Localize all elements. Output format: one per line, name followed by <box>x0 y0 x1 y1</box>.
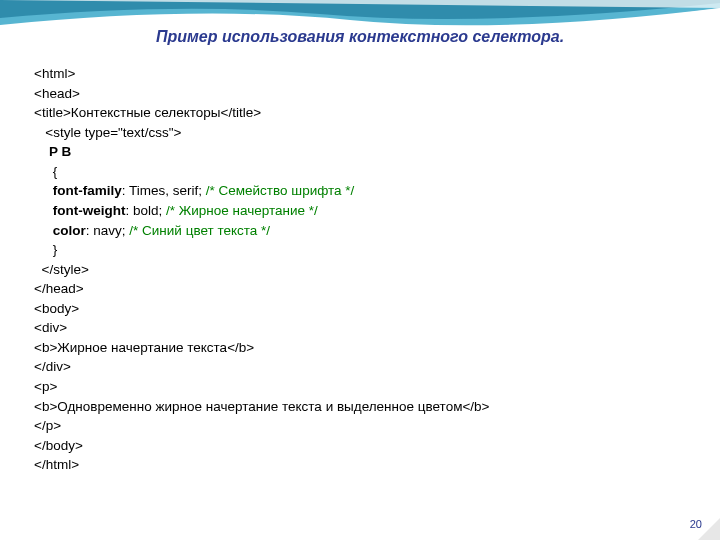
code-line: font-weight: bold; /* Жирное начертание … <box>34 201 720 221</box>
code-line: </div> <box>34 357 720 377</box>
slide-title: Пример использования контекстного селект… <box>0 28 720 46</box>
code-line: color: navy; /* Синий цвет текста */ <box>34 221 720 241</box>
code-line: </style> <box>34 260 720 280</box>
code-line: <title>Контекстные селекторы</title> <box>34 103 720 123</box>
code-line: <b>Жирное начертание текста</b> <box>34 338 720 358</box>
code-line: <b>Одновременно жирное начертание текста… <box>34 397 720 417</box>
code-line: font-family: Times, serif; /* Семейство … <box>34 181 720 201</box>
code-example: <html> <head> <title>Контекстные селекто… <box>34 64 720 475</box>
code-line: <head> <box>34 84 720 104</box>
code-line: </body> <box>34 436 720 456</box>
code-line: P B <box>34 142 720 162</box>
code-line: <body> <box>34 299 720 319</box>
code-line: </html> <box>34 455 720 475</box>
page-curl-decoration <box>698 518 720 540</box>
code-line: <div> <box>34 318 720 338</box>
code-line: </head> <box>34 279 720 299</box>
code-line: } <box>34 240 720 260</box>
code-line: <p> <box>34 377 720 397</box>
code-line: <style type="text/css"> <box>34 123 720 143</box>
code-line: { <box>34 162 720 182</box>
code-line: </p> <box>34 416 720 436</box>
